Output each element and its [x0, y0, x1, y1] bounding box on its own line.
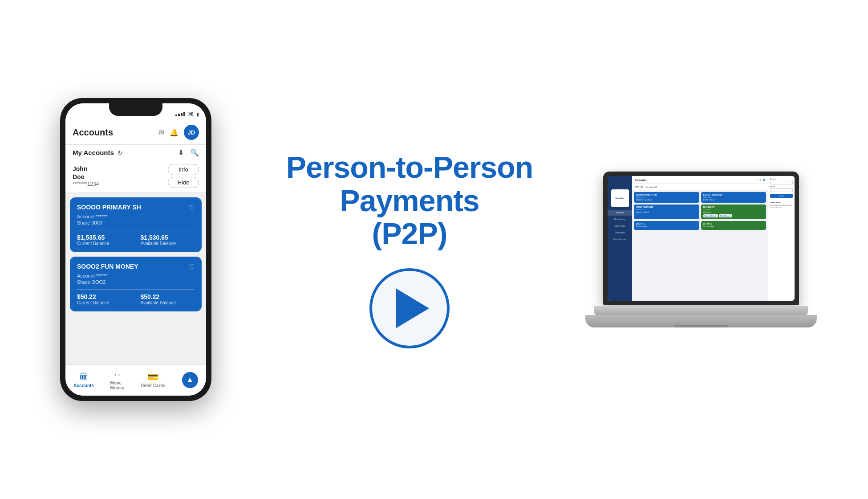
- card-balances: $1,535.65 Current Balance $1,530.65 Avai…: [77, 230, 195, 246]
- laptop-card-2-sub: Share ●●●●: [703, 196, 764, 198]
- current-balance-label-2: Current Balance: [77, 300, 131, 305]
- nav-move-money[interactable]: ↔ MoveMoney: [110, 369, 125, 390]
- laptop-user-name: John Doe: [635, 186, 643, 188]
- credit-score-desc: Info: check up to date by visiting your …: [770, 205, 793, 208]
- download-icon[interactable]: ⬇: [178, 148, 184, 157]
- laptop-card-4-title: 2015 BUICK: [703, 206, 764, 209]
- laptop-card-4-sub: Loan ●●●●: [703, 209, 764, 211]
- laptop-card-1[interactable]: SOOOO PRIMARY SH Share ●●●● $1,535.65 $1…: [634, 192, 699, 203]
- signal-icon: [175, 112, 185, 116]
- right-panel-label: Amount: [770, 178, 793, 180]
- card-balances-2: $50.22 Current Balance $50.22 Available …: [77, 289, 195, 305]
- laptop-card-5-title: 2ND MTG: [636, 223, 697, 225]
- laptop-user-account: ●●●●●● 123: [646, 186, 657, 188]
- play-triangle-icon: [396, 288, 429, 328]
- laptop-settings-icon[interactable]: ⚙: [759, 179, 761, 181]
- user-info-row: JohnDoe *******1234 Info Hide: [65, 160, 206, 193]
- mail-icon[interactable]: ✉: [158, 128, 164, 137]
- laptop-logo: UnitedOne: [611, 189, 629, 207]
- card-header-2: SOOO2 FUN MONEY ♡: [77, 263, 195, 271]
- laptop-card-4-btns: Payment Details Make Payment: [703, 214, 764, 217]
- laptop-card-2-balance1: $50.22: [703, 199, 708, 201]
- right-panel-memo: Memo: [770, 185, 793, 188]
- refresh-icon[interactable]: ↻: [118, 149, 123, 156]
- payment-details-btn[interactable]: Payment Details: [703, 214, 718, 217]
- phone-notch: [109, 103, 162, 116]
- laptop-base: [585, 315, 817, 327]
- move-money-nav-label: MoveMoney: [110, 380, 125, 390]
- my-accounts-title: My Accounts: [73, 149, 114, 156]
- laptop-nav-statements[interactable]: Statements: [608, 230, 632, 236]
- laptop-card-1-title: SOOOO PRIMARY SH: [636, 194, 697, 196]
- subheader-right: ⬇ 🔍: [178, 148, 199, 157]
- accounts-nav-icon: 🏛: [79, 372, 88, 382]
- available-balance-label: Available Balance: [141, 241, 195, 246]
- memo-input[interactable]: [770, 188, 793, 192]
- accounts-title: Accounts: [73, 127, 113, 138]
- favorite-icon[interactable]: ♡: [188, 204, 195, 212]
- current-balance-col-2: $50.22 Current Balance: [77, 293, 136, 305]
- laptop-card-4-balance: $14,763.78: [703, 212, 711, 213]
- favorite-icon-2[interactable]: ♡: [188, 263, 195, 271]
- phone-frame: ⌘ ▮ Accounts ✉ 🔔 JD My Accounts: [60, 98, 211, 401]
- main-title: Person-to-Person Payments (P2P): [286, 151, 533, 250]
- avatar[interactable]: JD: [184, 125, 199, 140]
- title-line3: (P2P): [372, 217, 447, 250]
- user-account: *******1234: [73, 181, 99, 187]
- card-share-2: Share OOO2: [77, 279, 195, 285]
- amount-input[interactable]: [770, 181, 793, 184]
- account-card-primary[interactable]: SOOOO PRIMARY SH ♡ Account ****** Share …: [70, 197, 202, 252]
- laptop-nav-more[interactable]: More Services: [608, 237, 632, 242]
- laptop-card-4[interactable]: 2015 BUICK Loan ●●●● $14,763.78 Payment …: [701, 205, 767, 219]
- laptop-card-6[interactable]: 1ST MTG Mortgage ●●●●: [701, 221, 767, 230]
- scroll-up-button[interactable]: ▲: [182, 372, 198, 388]
- hide-button[interactable]: Hide: [168, 177, 199, 188]
- laptop-nav-accounts[interactable]: Accounts: [608, 210, 632, 216]
- info-button[interactable]: Info: [168, 164, 199, 175]
- phone-header: Accounts ✉ 🔔 JD: [65, 121, 206, 145]
- logo-text: UnitedOne: [615, 197, 624, 199]
- laptop-card-2[interactable]: SOOO2 FUN MONEY Share ●●●● $50.22 $50.22: [701, 192, 767, 203]
- move-money-nav-icon: ↔: [113, 369, 122, 380]
- card-account: Account ******: [77, 214, 195, 219]
- make-payment-btn[interactable]: Make Payment: [719, 214, 732, 217]
- transfer-button[interactable]: Transfer: [770, 194, 793, 198]
- laptop-card-6-title: 1ST MTG: [703, 223, 764, 225]
- laptop-bezel: [594, 306, 808, 315]
- laptop-card-3-balance2: $840.00: [644, 212, 649, 213]
- laptop-right-panel: Amount Memo Transfer Credit Score Info: …: [768, 176, 795, 301]
- laptop-nav-move-money[interactable]: Move Money: [608, 217, 632, 222]
- laptop-top-bar: Accounts ⌕ ⚙ 👤: [632, 176, 768, 184]
- nav-accounts[interactable]: 🏛 Accounts: [73, 372, 94, 388]
- card-account-2: Account ******: [77, 273, 195, 278]
- card-header: SOOOO PRIMARY SH ♡: [77, 204, 195, 212]
- header-icons: ✉ 🔔 JD: [158, 125, 199, 140]
- laptop-card-2-title: SOOO2 FUN MONEY: [703, 194, 764, 196]
- user-details: JohnDoe *******1234: [73, 165, 99, 187]
- laptop-card-1-balance2: $1,530.65: [645, 199, 652, 201]
- bell-icon[interactable]: 🔔: [170, 128, 178, 137]
- laptop-card-6-sub: Mortgage ●●●●: [703, 225, 764, 227]
- laptop-nav-debit-cards[interactable]: Debit Cards: [608, 223, 632, 229]
- available-balance-label-2: Available Balance: [141, 300, 195, 305]
- sub-header: My Accounts ↻ ⬇ 🔍: [65, 145, 206, 160]
- chevron-up-icon: ▲: [186, 375, 194, 384]
- main-layout: ⌘ ▮ Accounts ✉ 🔔 JD My Accounts: [33, 27, 835, 472]
- laptop-card-3[interactable]: SOOO CHECKING Share ●●●● $840.00 $840.00: [634, 205, 699, 219]
- laptop-card-5-sub: Mortgage ●●●●: [636, 225, 697, 227]
- search-icon[interactable]: 🔍: [190, 148, 199, 157]
- laptop-search-icon[interactable]: ⌕: [757, 179, 758, 181]
- laptop-screen: UnitedOne Accounts Move Money Debit Card…: [608, 176, 795, 301]
- current-balance-col: $1,535.65 Current Balance: [77, 234, 136, 246]
- laptop-card-3-amounts: $840.00 $840.00: [636, 212, 697, 213]
- laptop-frame: UnitedOne Accounts Move Money Debit Card…: [594, 172, 808, 327]
- laptop-user-icon[interactable]: 👤: [763, 179, 765, 181]
- nav-debit-cards[interactable]: 💳 Debit Cards: [141, 372, 166, 388]
- account-card-fun-money[interactable]: SOOO2 FUN MONEY ♡ Account ****** Share O…: [70, 257, 202, 311]
- accounts-nav-label: Accounts: [73, 383, 94, 388]
- laptop-card-1-balance1: $1,535.65: [636, 199, 643, 201]
- play-button[interactable]: [369, 268, 450, 348]
- laptop-card-1-sub: Share ●●●●: [636, 196, 697, 198]
- laptop-page-title: Accounts: [635, 179, 646, 181]
- laptop-card-5[interactable]: 2ND MTG Mortgage ●●●●: [634, 221, 699, 230]
